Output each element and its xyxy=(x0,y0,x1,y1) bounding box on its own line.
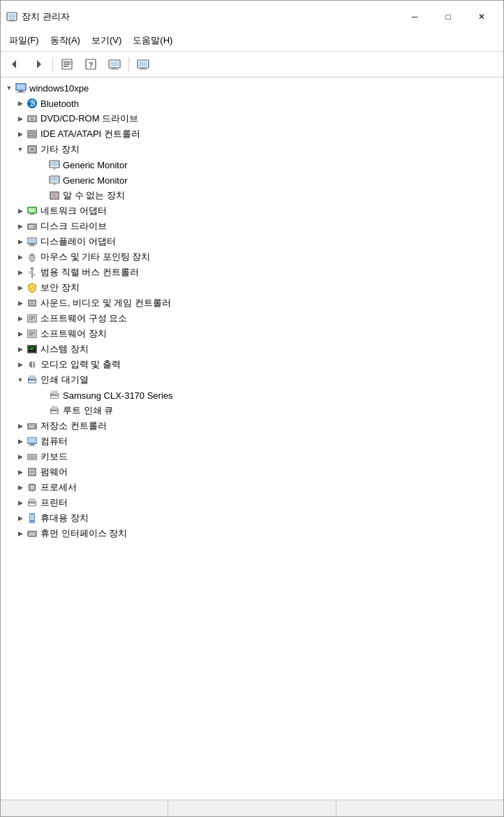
back-button[interactable] xyxy=(3,54,26,74)
bluetooth-icon: ℬ xyxy=(26,97,38,110)
help-button[interactable]: ? xyxy=(80,54,102,74)
svg-point-73 xyxy=(31,302,33,304)
tree-item-sound[interactable]: ▶ 사운드, 비디오 및 게임 컨트롤러 xyxy=(1,295,503,311)
tree-item-samsung[interactable]: ▶ Samsung CLX-3170 Series xyxy=(1,388,503,403)
svg-text:?: ? xyxy=(89,61,94,69)
svg-rect-86 xyxy=(30,348,34,348)
menu-file[interactable]: 파일(F) xyxy=(3,31,45,50)
software-comp-label: 소프트웨어 구성 요소 xyxy=(40,312,127,325)
tree-item-mouse[interactable]: ▶ 마우스 및 기타 포인팅 장치 xyxy=(1,249,503,265)
mouse-label: 마우스 및 기타 포인팅 장치 xyxy=(40,251,150,263)
minimize-button[interactable]: ─ xyxy=(399,6,431,27)
tree-item-keyboard[interactable]: ▶ 키보드 xyxy=(1,449,503,464)
tree-root[interactable]: ▼ windows10xpe xyxy=(1,80,503,96)
processor-icon xyxy=(26,481,38,494)
svg-text:✓: ✓ xyxy=(30,286,34,290)
svg-rect-78 xyxy=(29,319,33,320)
properties-button[interactable] xyxy=(56,54,78,74)
svg-rect-58 xyxy=(30,244,34,246)
title-bar: 장치 관리자 ─ □ ✕ xyxy=(1,1,503,30)
svg-rect-18 xyxy=(141,68,145,69)
devicemgr-button[interactable] xyxy=(103,54,126,74)
tree-item-audio[interactable]: ▶ 오디오 입력 및 출력 xyxy=(1,357,503,372)
sound-icon xyxy=(26,297,38,309)
tree-item-disk[interactable]: ▶ 디스크 드라이브 xyxy=(1,219,503,234)
computer-button[interactable] xyxy=(132,54,154,74)
tree-item-bluetooth[interactable]: ▶ ℬ Bluetooth xyxy=(1,96,503,111)
tree-item-system[interactable]: ▶ 시스템 장치 xyxy=(1,341,503,357)
menu-view[interactable]: 보기(V) xyxy=(86,31,127,50)
svg-point-68 xyxy=(31,277,33,278)
svg-rect-89 xyxy=(29,362,31,367)
other-icon xyxy=(26,143,38,156)
printer-expand-icon: ▶ xyxy=(15,497,26,508)
tree-item-usb[interactable]: ▶ 범용 직렬 버스 컨트롤러 xyxy=(1,265,503,280)
system-expand-icon: ▶ xyxy=(15,344,26,355)
tree-item-printer[interactable]: ▶ 프린터 xyxy=(1,495,503,510)
tree-item-print-queue[interactable]: ▼ 인쇄 대기열 xyxy=(1,372,503,388)
svg-rect-32 xyxy=(28,133,36,135)
samsung-label: Samsung CLX-3170 Series xyxy=(63,390,173,401)
window-icon xyxy=(6,11,17,22)
ide-expand-icon: ▶ xyxy=(15,128,26,140)
print-queue-label: 인쇄 대기열 xyxy=(40,374,89,386)
svg-rect-8 xyxy=(64,64,71,65)
svg-rect-91 xyxy=(29,376,35,379)
tree-item-hid[interactable]: ▶ 휴먼 인터페이스 장치 xyxy=(1,526,503,541)
tree-item-software-comp[interactable]: ▶ 소프트웨어 구성 요소 xyxy=(1,311,503,326)
printer-label: 프린터 xyxy=(40,496,68,509)
tree-item-firmware[interactable]: ▶ 펌웨어 xyxy=(1,464,503,480)
svg-rect-59 xyxy=(29,246,36,246)
keyboard-expand-icon: ▶ xyxy=(15,451,26,462)
maximize-button[interactable]: □ xyxy=(432,6,464,27)
tree-item-security[interactable]: ▶ ✓ 보안 장치 xyxy=(1,280,503,295)
processor-label: 프로세서 xyxy=(40,481,77,494)
svg-point-141 xyxy=(29,533,31,534)
tree-item-monitor2[interactable]: ▶ ! Generic Monitor xyxy=(1,172,503,188)
tree-item-processor[interactable]: ▶ 프로세서 xyxy=(1,480,503,495)
dvd-label: DVD/CD-ROM 드라이브 xyxy=(40,112,138,125)
tree-item-network[interactable]: ▶ 네트워크 어댑터 xyxy=(1,203,503,219)
device-tree[interactable]: ▼ windows10xpe ▶ ℬ Bluetooth xyxy=(1,78,503,800)
root-queue-label: 루트 인쇄 큐 xyxy=(63,404,113,417)
software-dev-icon xyxy=(26,327,38,340)
window-controls: ─ □ ✕ xyxy=(399,6,498,27)
tree-item-computer2[interactable]: ▶ 컴퓨터 xyxy=(1,434,503,449)
tree-item-display[interactable]: ▶ 디스플레이 어댑터 xyxy=(1,234,503,249)
tree-item-software-dev[interactable]: ▶ 소프트웨어 장치 xyxy=(1,326,503,341)
close-button[interactable]: ✕ xyxy=(466,6,498,27)
svg-rect-92 xyxy=(29,381,36,383)
computer2-icon xyxy=(26,435,38,448)
svg-rect-100 xyxy=(51,411,58,413)
svg-rect-112 xyxy=(29,456,30,457)
svg-rect-124 xyxy=(28,485,29,486)
svg-text:!: ! xyxy=(54,193,55,198)
tree-item-portable[interactable]: ▶ 휴대용 장치 xyxy=(1,510,503,526)
svg-rect-117 xyxy=(36,457,36,458)
security-icon: ✓ xyxy=(26,281,38,294)
tree-item-root-queue[interactable]: ▶ 루트 인쇄 큐 xyxy=(1,403,503,418)
hid-label: 휴먼 인터페이스 장치 xyxy=(40,527,127,540)
dvd-expand-icon: ▶ xyxy=(15,113,26,124)
tree-item-storage[interactable]: ▶ 저장소 컨트롤러 xyxy=(1,418,503,434)
svg-rect-15 xyxy=(110,69,119,70)
mouse-icon xyxy=(26,251,38,263)
svg-rect-134 xyxy=(29,503,36,506)
software-comp-icon xyxy=(26,312,38,325)
tree-item-ide[interactable]: ▶ IDE ATA/ATAPI 컨트롤러 xyxy=(1,126,503,142)
window-title: 장치 관리자 xyxy=(22,10,399,23)
tree-item-unknown[interactable]: ▶ ! 알 수 없는 장치 xyxy=(1,188,503,203)
forward-button[interactable] xyxy=(27,54,50,74)
tree-item-monitor1[interactable]: ▶ ! Generic Monitor xyxy=(1,157,503,172)
menu-action[interactable]: 동작(A) xyxy=(45,31,86,50)
svg-rect-81 xyxy=(29,332,35,332)
svg-rect-133 xyxy=(29,499,35,502)
tree-item-dvd[interactable]: ▶ DVD/CD-ROM 드라이브 xyxy=(1,111,503,126)
svg-rect-31 xyxy=(28,131,36,133)
unknown-label: 알 수 없는 장치 xyxy=(63,189,125,202)
svg-rect-105 xyxy=(29,426,33,427)
ide-icon xyxy=(26,128,38,140)
root-label: windows10xpe xyxy=(29,83,89,94)
tree-item-other[interactable]: ▼ 기타 장치 xyxy=(1,142,503,157)
menu-help[interactable]: 도움말(H) xyxy=(127,31,178,50)
